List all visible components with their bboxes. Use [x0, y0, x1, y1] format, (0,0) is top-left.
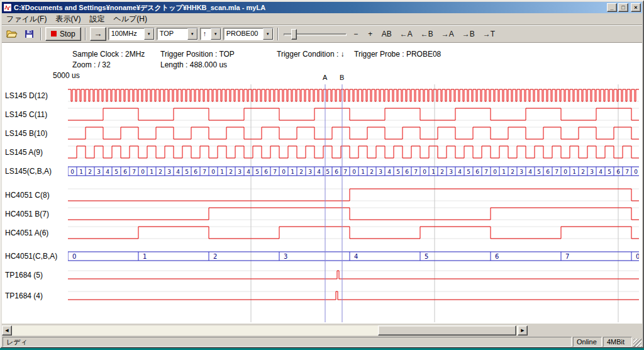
bus-value: 3 — [238, 169, 242, 175]
bus-value: 1 — [502, 169, 506, 175]
bus-value: 6 — [616, 169, 620, 175]
signal-trace — [68, 89, 639, 101]
app-icon — [3, 3, 12, 12]
menu-file[interactable]: ファイル(F) — [2, 13, 51, 26]
sample-clock-select[interactable]: 100MHz ▼ — [108, 28, 155, 40]
client-area: Sample Clock : 2MHz Trigger Position : T… — [2, 43, 642, 324]
trigger-position-select[interactable]: TOP ▼ — [157, 28, 198, 40]
bus-value: 0 — [70, 169, 74, 175]
title-bar[interactable]: C:¥Documents and Settings¥noname¥デスクトップ¥… — [2, 2, 642, 13]
bus-value: 5 — [608, 169, 611, 175]
bus-value: 0 — [634, 169, 638, 175]
menu-settings[interactable]: 設定 — [85, 13, 109, 26]
scroll-left-button[interactable]: ◀ — [2, 325, 12, 336]
zoom-out-button[interactable]: − — [350, 27, 362, 41]
scrollbar-thumb[interactable] — [378, 325, 516, 336]
chevron-down-icon[interactable]: ▼ — [211, 28, 221, 40]
bus-value: 3 — [167, 169, 171, 175]
save-button[interactable] — [21, 27, 36, 41]
chevron-down-icon[interactable]: ▼ — [263, 28, 273, 40]
bus-value: 7 — [414, 169, 418, 175]
bus-value: 0 — [72, 253, 76, 260]
run-button[interactable]: → — [90, 27, 106, 41]
bus-value: 5 — [537, 169, 541, 175]
next-a-button[interactable]: →A — [438, 27, 457, 41]
bus-value: 5 — [396, 169, 400, 175]
bus-value: 3 — [519, 169, 523, 175]
bus-value: 7 — [203, 169, 206, 175]
status-memory: 4MBit — [603, 337, 632, 347]
bus-value: 1 — [431, 169, 435, 175]
bus-value: 6 — [194, 169, 197, 175]
maximize-button[interactable]: □ — [618, 3, 628, 12]
bus-value: 1 — [79, 169, 83, 175]
bus-value: 2 — [213, 253, 217, 260]
trigger-position-value: TOP — [157, 28, 187, 40]
scroll-right-button[interactable]: ▶ — [518, 325, 528, 336]
zoom-in-button[interactable]: + — [364, 27, 377, 41]
signal-trace — [68, 127, 639, 139]
bus-value: 6 — [546, 169, 550, 175]
prev-b-button[interactable]: ←B — [418, 27, 436, 41]
trigger-edge-value: ↑ — [201, 28, 211, 40]
ab-range-button[interactable]: AB — [379, 27, 395, 41]
bus-value: 6 — [335, 169, 338, 175]
signal-trace — [68, 189, 639, 201]
signal-trace — [68, 291, 639, 300]
marker-a-label[interactable]: A — [323, 74, 327, 81]
close-button[interactable]: × — [631, 3, 641, 12]
zoom-slider[interactable] — [282, 27, 348, 41]
bus-value: 4 — [176, 169, 180, 175]
minimize-button[interactable]: _ — [607, 3, 617, 12]
open-file-button[interactable] — [4, 27, 19, 41]
zoom-slider-thumb[interactable] — [291, 29, 297, 40]
prev-a-button[interactable]: ←A — [397, 27, 416, 41]
signal-trace — [68, 271, 639, 279]
bus-value: 0 — [423, 169, 426, 175]
bus-value: 1 — [361, 169, 365, 175]
stop-button-label: Stop — [60, 30, 75, 38]
bus-value: 4 — [599, 169, 602, 175]
bus-value: 4 — [387, 169, 391, 175]
chevron-down-icon[interactable]: ▼ — [187, 28, 197, 40]
bus-value: 5 — [255, 169, 259, 175]
bus-value: 2 — [88, 169, 92, 175]
bus-value: 6 — [475, 169, 479, 175]
horizontal-scrollbar[interactable]: ◀ ▶ — [2, 325, 528, 336]
stop-button[interactable]: Stop — [45, 27, 81, 41]
chevron-down-icon[interactable]: ▼ — [144, 28, 154, 40]
bus-value: 2 — [229, 169, 233, 175]
trigger-probe-value: PROBE00 — [224, 28, 263, 40]
trigger-edge-select[interactable]: ↑ ▼ — [200, 28, 221, 40]
next-b-button[interactable]: →B — [459, 27, 478, 41]
goto-trigger-button[interactable]: →T — [480, 27, 498, 41]
status-online: Online — [573, 337, 602, 347]
bus-value: 5 — [425, 253, 428, 260]
toolbar-separator — [40, 28, 42, 40]
bus-value: 2 — [299, 169, 303, 175]
bus-value: 4 — [106, 169, 109, 175]
marker-b-label[interactable]: B — [340, 74, 344, 81]
bus-value: 2 — [158, 169, 162, 175]
bus-value: 5 — [114, 169, 118, 175]
bus-value: 7 — [343, 169, 347, 175]
app-window: C:¥Documents and Settings¥noname¥デスクトップ¥… — [0, 0, 644, 348]
bus-value: 1 — [220, 169, 224, 175]
waveform-plot[interactable]: 0123456701234567012345670123456701234567… — [2, 82, 642, 324]
waveform-area: LS145 D(12)LS145 C(11)LS145 B(10)LS145 A… — [2, 82, 642, 324]
bus-value: 1 — [572, 169, 576, 175]
bus-value: 7 — [132, 169, 136, 175]
menu-view[interactable]: 表示(V) — [51, 13, 85, 26]
menu-bar: ファイル(F) 表示(V) 設定 ヘルプ(H) — [2, 13, 642, 25]
bus-value: 0 — [636, 253, 640, 260]
bus-value: 3 — [97, 169, 101, 175]
sample-clock-value: 100MHz — [109, 28, 144, 40]
resize-grip[interactable] — [633, 339, 641, 347]
bus-value: 4 — [354, 253, 358, 260]
bus-trace — [68, 252, 639, 261]
trigger-condition-info: Trigger Condition : ↓ — [277, 50, 345, 59]
trigger-probe-select[interactable]: PROBE00 ▼ — [223, 28, 274, 40]
bus-value: 1 — [143, 253, 147, 260]
menu-help[interactable]: ヘルプ(H) — [109, 13, 152, 26]
bus-value: 3 — [449, 169, 453, 175]
